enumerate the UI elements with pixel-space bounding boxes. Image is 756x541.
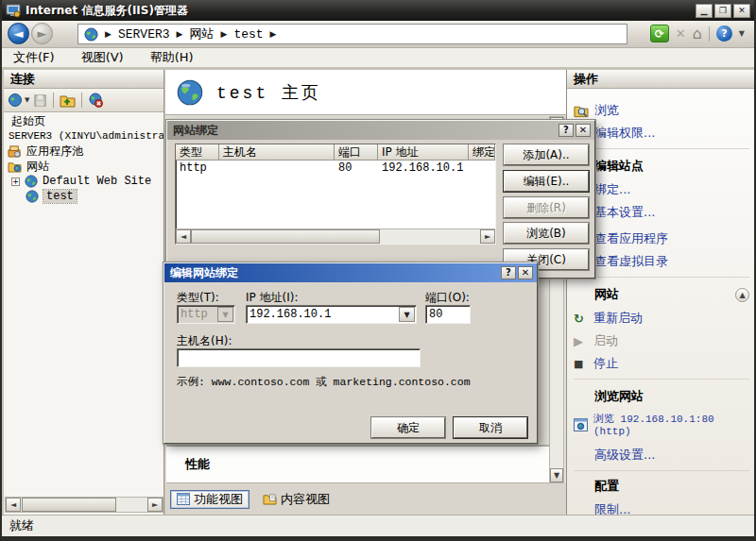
port-input[interactable] bbox=[426, 306, 470, 323]
help-dropdown-caret[interactable]: ▼ bbox=[739, 29, 745, 38]
action-bindings[interactable]: 绑定... bbox=[574, 181, 749, 198]
breadcrumb-sites[interactable]: 网站 bbox=[189, 25, 214, 42]
menu-file[interactable]: 文件(F) bbox=[13, 49, 55, 66]
tree-item-sites[interactable]: 网站 bbox=[4, 159, 163, 174]
tab-content-view[interactable]: 内容视图 bbox=[257, 490, 335, 509]
action-advanced-settings[interactable]: 高级设置... bbox=[574, 447, 749, 464]
breadcrumb[interactable]: ▶ SERVER3 ▶ 网站 ▶ test ▶ bbox=[77, 24, 627, 44]
menu-view[interactable]: 视图(V) bbox=[81, 49, 124, 66]
column-host[interactable]: 主机名 bbox=[219, 144, 335, 161]
action-browse[interactable]: 浏览 bbox=[574, 102, 749, 119]
action-stop[interactable]: ■ 停止 bbox=[574, 355, 749, 372]
site-bindings-titlebar[interactable]: 网站绑定 ? ✕ bbox=[167, 121, 594, 140]
toolbar-divider bbox=[53, 93, 54, 108]
close-button[interactable]: ✕ bbox=[733, 4, 750, 18]
tab-features-view[interactable]: 功能视图 bbox=[170, 490, 249, 509]
create-connection-icon[interactable]: ▼ bbox=[8, 93, 29, 108]
tree-item-app-pools[interactable]: 应用程序池 bbox=[4, 144, 163, 159]
binding-row[interactable]: http 80 192.168.10.1 bbox=[176, 161, 495, 176]
dialog-close-button[interactable]: ✕ bbox=[576, 124, 591, 137]
page-title: test 主页 bbox=[216, 81, 321, 104]
action-label: 编辑权限... bbox=[594, 125, 655, 142]
tree-item-start-page[interactable]: 起始页 bbox=[4, 113, 163, 128]
scroll-right-icon[interactable]: ► bbox=[147, 498, 163, 512]
action-edit-permissions[interactable]: 编辑权限... bbox=[574, 125, 749, 142]
dialog-help-button[interactable]: ? bbox=[558, 124, 574, 137]
hostname-field[interactable] bbox=[177, 348, 421, 367]
performance-section-label: 性能 bbox=[185, 456, 210, 473]
scroll-thumb[interactable] bbox=[22, 498, 116, 512]
sites-folder-icon bbox=[8, 161, 22, 173]
back-button[interactable]: ◄ bbox=[8, 23, 29, 44]
dialog-help-button[interactable]: ? bbox=[501, 266, 516, 279]
ok-button[interactable]: 确定 bbox=[371, 417, 445, 438]
collapse-chevron-icon[interactable]: ▲ bbox=[735, 288, 749, 302]
browse-button[interactable]: 浏览(B) bbox=[504, 223, 589, 244]
scroll-left-icon[interactable]: ◄ bbox=[6, 498, 21, 512]
restore-button[interactable]: ❐ bbox=[714, 4, 731, 18]
home-icon[interactable]: ⌂ bbox=[693, 25, 702, 42]
breadcrumb-server[interactable]: SERVER3 bbox=[118, 27, 170, 42]
forward-button[interactable]: ► bbox=[31, 23, 53, 44]
chevron-down-icon: ▼ bbox=[217, 307, 233, 322]
globe-icon bbox=[84, 27, 98, 42]
scroll-right-icon[interactable]: ► bbox=[480, 229, 495, 244]
breadcrumb-test[interactable]: test bbox=[233, 27, 263, 42]
sidebar-h-scrollbar[interactable]: ◄ ► bbox=[5, 497, 163, 513]
column-port[interactable]: 端口 bbox=[335, 144, 378, 161]
dialog-close-button[interactable]: ✕ bbox=[518, 266, 533, 279]
action-browse-url[interactable]: 浏览 192.168.10.1:80 (http) bbox=[574, 412, 749, 437]
ip-input[interactable] bbox=[247, 306, 396, 323]
ip-combobox[interactable]: ▼ bbox=[246, 305, 417, 324]
chevron-down-icon[interactable]: ▼ bbox=[399, 307, 415, 322]
column-binding[interactable]: 绑定 bbox=[469, 144, 495, 161]
scroll-thumb[interactable] bbox=[191, 229, 380, 244]
performance-section[interactable]: 性能 bbox=[166, 445, 550, 483]
add-button[interactable]: 添加(A).. bbox=[504, 144, 589, 165]
connections-tree: 起始页 SERVER3 (XINYU\administrat 应用程序池 网站 … bbox=[4, 113, 163, 204]
tree-item-test[interactable]: test bbox=[4, 189, 163, 204]
action-label: 高级设置... bbox=[594, 447, 655, 464]
scroll-left-icon[interactable]: ◄ bbox=[176, 229, 191, 244]
globe-icon bbox=[26, 190, 39, 203]
menu-bar: 文件(F) 视图(V) 帮助(H) bbox=[2, 48, 754, 68]
section-label: 网站 bbox=[594, 286, 619, 303]
go-up-folder-icon[interactable] bbox=[60, 93, 76, 108]
column-ip[interactable]: IP 地址 bbox=[378, 144, 469, 161]
action-label: 基本设置... bbox=[594, 204, 655, 221]
port-field[interactable] bbox=[425, 305, 471, 324]
help-button[interactable]: ? bbox=[716, 25, 732, 42]
action-label: 浏览 bbox=[594, 102, 619, 119]
action-view-applications[interactable]: 查看应用程序 bbox=[574, 230, 749, 247]
action-restart[interactable]: ↻ 重新启动 bbox=[574, 310, 749, 327]
action-basic-settings[interactable]: 基本设置... bbox=[574, 204, 749, 221]
edit-button[interactable]: 编辑(E).. bbox=[504, 171, 589, 192]
scroll-down-icon[interactable]: ▼ bbox=[550, 468, 563, 482]
expand-box-icon[interactable]: + bbox=[11, 178, 20, 186]
bindings-list[interactable]: 类型 主机名 端口 IP 地址 绑定 http 80 192.168.10.1 … bbox=[175, 144, 496, 245]
tree-item-server[interactable]: SERVER3 (XINYU\administrat bbox=[4, 128, 163, 144]
action-view-virtual-dirs[interactable]: 查看虚拟目录 bbox=[574, 253, 749, 270]
menu-help[interactable]: 帮助(H) bbox=[150, 49, 194, 66]
bindings-list-header: 类型 主机名 端口 IP 地址 绑定 bbox=[176, 144, 495, 161]
hostname-input[interactable] bbox=[178, 349, 420, 366]
separator bbox=[574, 277, 749, 278]
edit-site-binding-dialog: 编辑网站绑定 ? ✕ 类型(T): IP 地址(I): 端口(O): http … bbox=[163, 262, 538, 444]
section-website: 网站 ▲ bbox=[574, 286, 749, 303]
example-text: 示例: www.contoso.com 或 marketing.contoso.… bbox=[177, 375, 471, 389]
connections-toolbar: ▼ bbox=[4, 89, 163, 112]
stop-refresh-button[interactable]: ✕ bbox=[676, 26, 686, 41]
column-type[interactable]: 类型 bbox=[176, 144, 219, 161]
minimize-button[interactable]: ▁ bbox=[696, 4, 713, 18]
separator bbox=[574, 379, 749, 380]
restart-icon: ↻ bbox=[574, 312, 588, 326]
edit-binding-titlebar[interactable]: 编辑网站绑定 ? ✕ bbox=[164, 263, 537, 282]
section-label: 编辑站点 bbox=[594, 158, 644, 175]
tree-item-default-web-site[interactable]: + Default Web Site bbox=[4, 174, 163, 189]
refresh-button[interactable]: ⟳ bbox=[650, 25, 669, 42]
view-tabstrip: 功能视图 内容视图 bbox=[165, 483, 566, 515]
delete-connection-icon[interactable] bbox=[88, 93, 103, 108]
list-h-scrollbar[interactable]: ◄ ► bbox=[176, 228, 495, 244]
cancel-button[interactable]: 取消 bbox=[454, 417, 527, 438]
app-icon bbox=[6, 4, 21, 18]
